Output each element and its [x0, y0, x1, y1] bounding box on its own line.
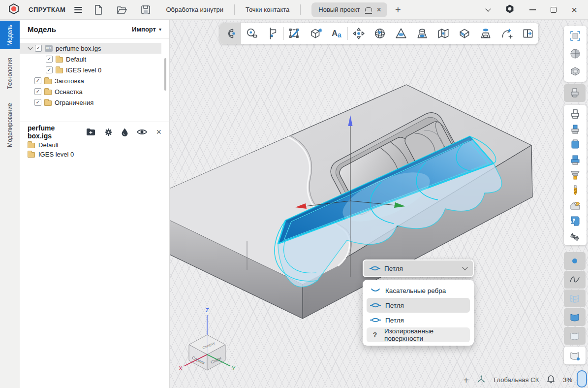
- snap-magnet-icon[interactable]: [220, 23, 241, 44]
- menu-option-loop-2[interactable]: Петля: [367, 313, 470, 327]
- tree-scrollbar[interactable]: [164, 58, 166, 91]
- new-file-icon[interactable]: [91, 2, 106, 17]
- titlebar: СПРУТКАМ Обработка изнутри Точки контакт…: [0, 0, 588, 20]
- material-drop-icon[interactable]: [122, 128, 128, 136]
- window-minimize-icon[interactable]: [529, 9, 536, 10]
- window-close-icon[interactable]: ×: [571, 5, 577, 15]
- menu-tab-processing[interactable]: Обработка изнутри: [166, 6, 223, 13]
- machine-icon[interactable]: [564, 213, 586, 228]
- sidebar-tab-technology[interactable]: Технология: [0, 53, 20, 94]
- menu-option-tangent-edges[interactable]: Касательные ребра: [367, 283, 470, 298]
- folder-icon: [44, 79, 52, 84]
- axis-z-label: Z: [206, 307, 209, 313]
- app-logo-icon: [8, 3, 20, 16]
- add-plus-icon[interactable]: +: [463, 375, 469, 385]
- new-tab-plus-icon[interactable]: +: [395, 5, 401, 15]
- checkbox[interactable]: ✓: [35, 45, 42, 52]
- detail-item-iges[interactable]: IGES level 0: [20, 150, 169, 159]
- caliper-icon[interactable]: [262, 23, 283, 44]
- hatch-pattern-icon[interactable]: [564, 228, 586, 244]
- sidebar-tab-modeling[interactable]: Моделирование: [0, 97, 20, 153]
- menu-tab-contact-points[interactable]: Точки контакта: [246, 6, 289, 13]
- zoom-slider[interactable]: [577, 370, 587, 388]
- simulation-box-icon[interactable]: [454, 23, 475, 44]
- punch-blue-icon[interactable]: [564, 122, 586, 137]
- measure-tape-icon[interactable]: [241, 23, 262, 44]
- project-tab-label: Новый проект: [318, 6, 360, 13]
- move-transform-icon[interactable]: [348, 23, 369, 44]
- menu-option-loop-1[interactable]: Петля: [367, 298, 470, 313]
- punch-tool-icon[interactable]: [564, 84, 586, 102]
- tangent-arc-icon: [370, 287, 381, 294]
- checkbox[interactable]: ✓: [34, 99, 41, 106]
- loop-icon: [370, 317, 381, 323]
- rotate-sphere-icon[interactable]: [369, 23, 390, 44]
- checkbox[interactable]: ✓: [34, 77, 41, 84]
- expander-chevron-icon[interactable]: [28, 45, 33, 50]
- origin-axes-triad: [295, 115, 405, 277]
- point-icon[interactable]: [564, 252, 586, 270]
- cone-section-icon[interactable]: [390, 23, 411, 44]
- cylinder-blue-icon[interactable]: [564, 137, 586, 152]
- mesh-surface-icon[interactable]: [564, 290, 586, 307]
- view-sphere-icon[interactable]: [564, 45, 586, 63]
- tree-item-iges-level[interactable]: ✓ IGES level 0: [20, 65, 169, 75]
- checkbox[interactable]: ✓: [46, 66, 53, 73]
- pin-tab-icon[interactable]: [365, 7, 372, 12]
- punch-pad-icon[interactable]: [411, 23, 433, 44]
- checkbox[interactable]: ✓: [46, 56, 53, 63]
- draft-pad-icon[interactable]: [475, 23, 496, 44]
- surface-point-icon[interactable]: [564, 347, 586, 364]
- gear-icon[interactable]: [104, 128, 113, 136]
- open-folder-icon[interactable]: [115, 2, 129, 17]
- stamp-tip-icon[interactable]: [564, 167, 586, 183]
- loop-icon: [370, 302, 381, 309]
- app-name: СПРУТКАМ: [29, 6, 65, 13]
- drill-bit-icon[interactable]: [564, 183, 586, 198]
- cube-face-left-label: Справа: [191, 356, 206, 365]
- chevron-down-icon[interactable]: [486, 6, 491, 11]
- coordinate-triad-icon[interactable]: [477, 375, 486, 385]
- sidebar-tab-model[interactable]: Модель: [0, 21, 20, 49]
- view-box-icon[interactable]: [564, 63, 586, 80]
- window-maximize-icon[interactable]: [551, 7, 557, 13]
- tree-item-restrictions[interactable]: ✓ Ограничения: [20, 97, 169, 108]
- project-tab-active[interactable]: Новый проект ×: [311, 2, 387, 17]
- create-solid-icon[interactable]: [305, 23, 326, 44]
- surface-light-icon[interactable]: [564, 327, 586, 345]
- tree-item-perfume-box[interactable]: ✓ IGS perfume box.igs: [20, 43, 161, 54]
- detail-item-default[interactable]: Default: [20, 140, 169, 150]
- tree-item-default[interactable]: ✓ Default: [20, 54, 169, 65]
- settings-nut-icon[interactable]: [505, 4, 515, 15]
- menu-option-isolated-surfaces[interactable]: ? Изолированные поверхности: [367, 327, 470, 342]
- notifications-bell-icon[interactable]: [547, 375, 555, 385]
- select-frame-icon[interactable]: [564, 27, 586, 45]
- add-folder-icon[interactable]: [86, 128, 95, 136]
- side-panel-toggle-icon[interactable]: [517, 23, 538, 44]
- stepped-punch-icon[interactable]: [564, 152, 586, 167]
- workpiece-icon[interactable]: [564, 198, 586, 213]
- import-button[interactable]: Импорт ▾: [132, 26, 161, 33]
- selection-type-dropdown[interactable]: Петля: [363, 259, 474, 277]
- save-file-icon[interactable]: [138, 2, 153, 17]
- surface-filled-icon[interactable]: [564, 308, 586, 326]
- close-icon[interactable]: ×: [156, 128, 161, 136]
- viewport-3d[interactable]: Сверху Справа Сзади Z X Y: [170, 20, 588, 388]
- checkbox[interactable]: ✓: [34, 88, 41, 95]
- coordinate-system-label[interactable]: Глобальная СК: [494, 376, 539, 384]
- text-annotation-icon[interactable]: Aa: [326, 23, 347, 44]
- main-menu-icon[interactable]: [74, 7, 82, 13]
- spline-curve-icon[interactable]: [564, 271, 586, 289]
- left-tab-strip: Модель Технология Моделирование: [0, 20, 20, 388]
- dropdown-selected-label: Петля: [384, 265, 403, 272]
- punch-outline-icon[interactable]: [564, 106, 586, 122]
- tree-item-fixture[interactable]: ✓ Оснастка: [20, 86, 169, 97]
- tab-close-icon[interactable]: ×: [377, 6, 381, 14]
- visibility-eye-icon[interactable]: [137, 129, 147, 135]
- sketch-edit-icon[interactable]: [284, 23, 305, 44]
- zoom-level: 3%: [563, 376, 572, 384]
- surface-map-icon[interactable]: [433, 23, 454, 44]
- curve-create-icon[interactable]: [496, 23, 517, 44]
- igs-file-icon: IGS: [45, 45, 53, 52]
- tree-item-workpiece[interactable]: ✓ Заготовка: [20, 75, 169, 86]
